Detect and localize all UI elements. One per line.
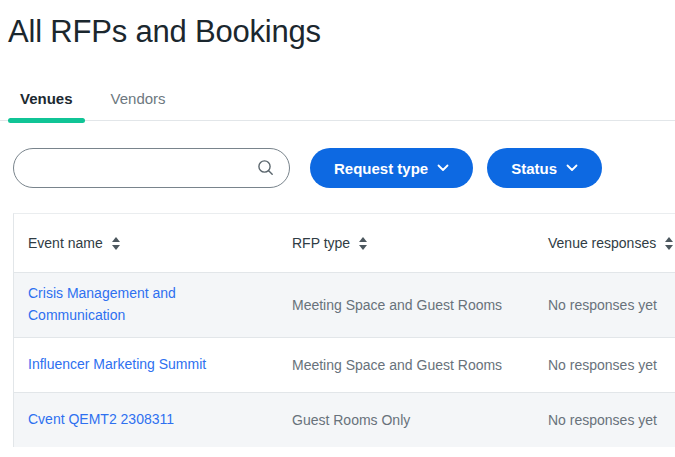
tab-venues-label: Venues	[20, 90, 73, 107]
filter-toolbar: Request type Status	[0, 148, 675, 188]
event-link[interactable]: Influencer Marketing Summit	[28, 356, 206, 372]
table-row: Influencer Marketing Summit Meeting Spac…	[14, 337, 675, 392]
venue-responses-cell: No responses yet	[534, 357, 675, 373]
page-title: All RFPs and Bookings	[8, 14, 675, 50]
sort-icon[interactable]	[665, 237, 673, 250]
tab-venues[interactable]: Venues	[8, 90, 85, 120]
request-type-filter-button[interactable]: Request type	[310, 148, 473, 188]
table-row: Crisis Management and Communication Meet…	[14, 272, 675, 337]
event-link[interactable]: Cvent QEMT2 2308311	[28, 411, 174, 427]
sort-icon[interactable]	[359, 237, 367, 250]
venue-responses-cell: No responses yet	[534, 297, 675, 313]
column-header-label: RFP type	[292, 235, 350, 251]
search-input[interactable]	[13, 148, 290, 188]
column-header-label: Venue responses	[548, 235, 656, 251]
tab-bar: Venues Vendors	[0, 90, 675, 121]
chevron-down-icon	[566, 164, 578, 172]
venue-responses-cell: No responses yet	[534, 412, 675, 428]
column-header-venue-responses[interactable]: Venue responses	[534, 235, 675, 251]
rfp-type-cell: Meeting Space and Guest Rooms	[278, 357, 534, 373]
search-icon	[257, 159, 275, 177]
event-name-cell: Influencer Marketing Summit	[14, 354, 278, 376]
column-header-rfp-type[interactable]: RFP type	[278, 235, 534, 251]
search-box	[13, 148, 290, 188]
column-header-label: Event name	[28, 235, 103, 251]
status-filter-label: Status	[511, 160, 557, 177]
status-filter-button[interactable]: Status	[487, 148, 602, 188]
rfp-table: Event name RFP type Venue responses Cris…	[13, 213, 675, 447]
chevron-down-icon	[437, 164, 449, 172]
event-name-cell: Cvent QEMT2 2308311	[14, 409, 278, 431]
tab-vendors-label: Vendors	[111, 90, 166, 107]
table-row: Cvent QEMT2 2308311 Guest Rooms Only No …	[14, 392, 675, 447]
event-name-cell: Crisis Management and Communication	[14, 283, 278, 326]
tab-vendors[interactable]: Vendors	[99, 90, 178, 120]
column-header-event-name[interactable]: Event name	[14, 235, 278, 251]
sort-icon[interactable]	[112, 237, 120, 250]
table-header-row: Event name RFP type Venue responses	[14, 214, 675, 272]
rfp-type-cell: Guest Rooms Only	[278, 412, 534, 428]
all-rfps-bookings-page: All RFPs and Bookings Venues Vendors Req…	[0, 14, 675, 447]
event-link[interactable]: Crisis Management and Communication	[28, 285, 176, 323]
rfp-type-cell: Meeting Space and Guest Rooms	[278, 297, 534, 313]
request-type-filter-label: Request type	[334, 160, 428, 177]
